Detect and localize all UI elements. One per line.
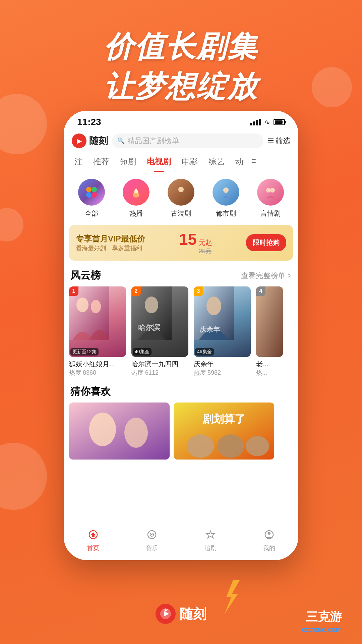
category-romance-icon	[257, 179, 284, 206]
mine-icon	[264, 530, 274, 542]
nav-item-follow[interactable]: 追剧	[204, 530, 217, 552]
status-icons: ∿	[250, 118, 285, 126]
tab-movie[interactable]: 电影	[176, 152, 203, 172]
svg-point-2	[86, 192, 92, 198]
drama-thumb-4: 4	[256, 286, 283, 357]
tab-recommend[interactable]: 推荐	[88, 152, 115, 172]
tab-short-drama[interactable]: 短剧	[115, 152, 141, 172]
drama-thumb-1: 1 更新至12集	[69, 286, 126, 357]
rankings-header: 风云榜 查看完整榜单 >	[64, 266, 298, 286]
tab-animation[interactable]: 动	[230, 152, 249, 172]
svg-marker-28	[91, 532, 96, 535]
svg-point-32	[151, 534, 153, 535]
nav-item-home[interactable]: 首页	[87, 530, 99, 552]
tab-zhu[interactable]: 注	[69, 152, 88, 172]
nav-tabs: 注 推荐 短剧 电视剧 电影 综艺 动 ≡	[64, 152, 298, 172]
search-icon: 🔍	[117, 137, 125, 145]
svg-rect-19	[69, 402, 170, 460]
category-hot-label: 热播	[129, 209, 143, 218]
drama-heat-1: 热度 8360	[69, 369, 126, 377]
category-costume-label: 古装剧	[171, 209, 191, 218]
bottom-branding: 随刻	[156, 604, 206, 624]
vip-subtitle: 看海量好剧，享多重福利	[76, 244, 145, 252]
recommend-header: 猜你喜欢	[64, 382, 298, 402]
tab-more[interactable]: ≡	[249, 152, 259, 172]
category-hot[interactable]: 热播	[123, 179, 149, 218]
bottom-nav: 首页 音乐 追剧 我的	[64, 524, 298, 560]
vip-title: 专享首月VIP最低价	[76, 233, 145, 244]
svg-point-8	[270, 188, 275, 193]
recommend-section: 猜你喜欢 剧划算了	[64, 382, 298, 465]
svg-point-5	[178, 187, 184, 192]
svg-marker-33	[206, 531, 215, 538]
svg-point-20	[89, 413, 116, 446]
vip-banner: 专享首月VIP最低价 看海量好剧，享多重福利 15 元起 25元 限时抢购	[69, 225, 293, 261]
svg-rect-18	[256, 286, 283, 357]
drama-heat-4: 热...	[256, 369, 283, 377]
drama-ep-2: 40集全	[133, 348, 152, 356]
drama-name-4: 老...	[256, 360, 283, 369]
category-romance-label: 言情剧	[260, 209, 281, 218]
rec-card-1[interactable]	[69, 402, 170, 460]
category-costume-icon	[168, 179, 194, 206]
drama-card-2[interactable]: 2 哈尔滨 40集全 哈尔滨一九四四 热度 6112	[131, 286, 188, 377]
status-bar: 11:23 ∿	[64, 111, 298, 130]
svg-point-0	[86, 187, 92, 192]
svg-point-35	[268, 532, 270, 535]
drama-card-1[interactable]: 1 更新至12集 狐妖小红娘月...	[69, 286, 126, 377]
category-romance[interactable]: 言情剧	[257, 179, 284, 218]
phone-mockup: 11:23 ∿ ▶ 随刻 🔍 精品国产剧榜单 ☰ 筛选	[64, 111, 298, 560]
drama-thumb-2: 2 哈尔滨 40集全	[131, 286, 188, 357]
nav-item-mine[interactable]: 我的	[263, 530, 275, 552]
category-hot-icon	[123, 179, 149, 206]
drama-name-2: 哈尔滨一九四四	[131, 360, 188, 369]
category-all-label: 全部	[85, 209, 98, 218]
rankings-title: 风云榜	[70, 269, 101, 282]
svg-point-25	[217, 434, 244, 458]
lightning-decoration	[221, 580, 241, 614]
nav-item-music[interactable]: 音乐	[146, 530, 158, 552]
tab-tv-drama[interactable]: 电视剧	[141, 152, 176, 172]
svg-point-7	[266, 188, 271, 193]
watermark: 三克游 cctroue.com	[302, 609, 342, 634]
search-bar[interactable]: 🔍 精品国产剧榜单	[112, 133, 263, 148]
recommend-cards: 剧划算了	[64, 402, 298, 460]
rank-badge-3: 3	[194, 286, 203, 296]
home-icon	[88, 530, 98, 542]
recommend-title: 猜你喜欢	[70, 385, 111, 398]
svg-point-10	[76, 298, 88, 312]
category-city[interactable]: 都市剧	[213, 179, 239, 218]
category-section: 全部 热播 古装剧 都市剧	[64, 172, 298, 225]
svg-text:庆余年: 庆余年	[199, 326, 220, 333]
vip-price: 15 元起 25元	[179, 230, 212, 255]
rank-badge-1: 1	[69, 286, 78, 296]
battery-icon	[274, 119, 285, 125]
svg-point-3	[92, 192, 97, 198]
search-placeholder: 精品国产剧榜单	[127, 136, 179, 146]
vip-price-num: 15	[179, 230, 197, 249]
category-all[interactable]: 全部	[78, 179, 105, 218]
vip-price-unit: 元起	[199, 238, 212, 247]
phone-content: 全部 热播 古装剧 都市剧	[64, 172, 298, 560]
rankings-more[interactable]: 查看完整榜单 >	[241, 271, 292, 281]
bg-circle-3	[0, 208, 23, 241]
rec-card-2[interactable]: 剧划算了	[174, 402, 274, 460]
filter-label: 筛选	[276, 136, 290, 146]
svg-point-11	[91, 300, 101, 313]
category-costume[interactable]: 古装剧	[168, 179, 194, 218]
brand-logo-icon	[156, 604, 176, 624]
signal-icon	[250, 119, 261, 125]
hero-line1: 价值长剧集	[0, 27, 362, 67]
drama-heat-3: 热度 5982	[194, 369, 251, 377]
filter-button[interactable]: ☰ 筛选	[267, 136, 290, 146]
drama-name-3: 庆余年	[194, 360, 251, 369]
tab-variety[interactable]: 综艺	[203, 152, 230, 172]
rank-badge-2: 2	[131, 286, 141, 296]
app-header: ▶ 随刻 🔍 精品国产剧榜单 ☰ 筛选	[64, 130, 298, 152]
drama-card-3[interactable]: 3 庆余年 46集全 庆余年 热度 5982	[194, 286, 251, 377]
music-icon	[147, 530, 157, 542]
app-logo-icon: ▶	[72, 133, 86, 148]
vip-buy-button[interactable]: 限时抢购	[246, 234, 286, 251]
drama-card-4[interactable]: 4 老... 热...	[256, 286, 283, 377]
drama-scroll: 1 更新至12集 狐妖小红娘月...	[64, 286, 298, 382]
